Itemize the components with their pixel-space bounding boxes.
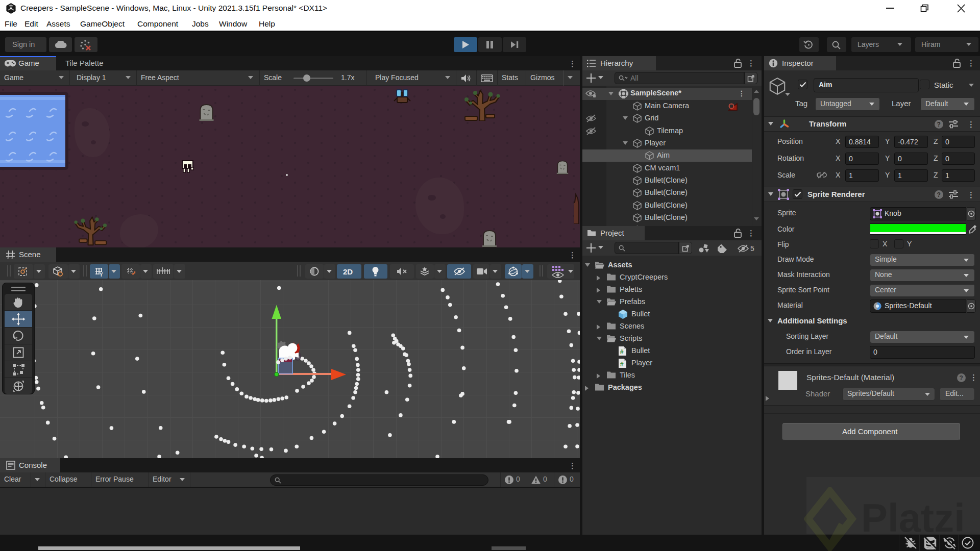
svg-text:#: # <box>620 349 624 356</box>
svg-text:#: # <box>620 361 624 368</box>
svg-text:?: ? <box>937 191 941 198</box>
svg-text:Y: Y <box>100 272 103 277</box>
svg-text:?: ? <box>937 121 941 128</box>
svg-text:?: ? <box>960 374 963 382</box>
